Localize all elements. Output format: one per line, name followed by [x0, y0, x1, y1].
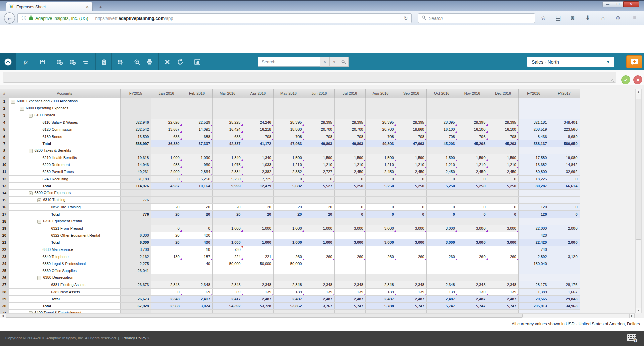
cell-fy2015[interactable] [120, 289, 151, 296]
cell-month[interactable] [426, 112, 457, 119]
cell-fy2016[interactable]: 28,176 [518, 281, 549, 289]
cell-month[interactable]: 1,000 [212, 239, 243, 246]
cell-month[interactable]: 2,450 [396, 168, 426, 176]
cell-month[interactable] [243, 105, 273, 112]
window-maximize-button[interactable]: ❐ [613, 1, 624, 7]
cell-month[interactable]: 36,380 [151, 140, 182, 147]
cell-fy2015[interactable]: 67,928 [120, 303, 151, 310]
cell-month[interactable] [365, 260, 396, 267]
cell-fy2017[interactable] [549, 105, 580, 112]
cell-month[interactable]: 260 [396, 253, 426, 260]
cell-month[interactable] [243, 274, 273, 281]
cell-fy2016[interactable]: 740 [518, 246, 549, 253]
cell-month[interactable]: 50,000 [273, 260, 304, 267]
cell-month[interactable]: 0 [426, 176, 457, 183]
cell-month[interactable]: 0 [488, 211, 518, 218]
cell-month[interactable]: 2,864 [182, 168, 212, 176]
cell-month[interactable] [457, 105, 488, 112]
cell-month[interactable]: 1,590 [273, 154, 304, 161]
cell-month[interactable] [304, 274, 334, 281]
cell-fy2017[interactable] [549, 147, 580, 154]
cell-month[interactable]: 1,090 [151, 154, 182, 161]
cell-fy2017[interactable] [549, 232, 580, 239]
cell-month[interactable]: 139 [426, 289, 457, 296]
cell-fy2016[interactable] [518, 274, 549, 281]
cell-month[interactable]: 1,075 [212, 161, 243, 168]
account-cell[interactable]: 6330 Maintenance [9, 246, 120, 253]
account-cell[interactable]: 6360 Office Supplies [9, 267, 120, 274]
cell-month[interactable] [334, 232, 365, 239]
browser-search-field[interactable]: Search [418, 13, 535, 23]
cell-month[interactable]: 2,487 [365, 296, 396, 303]
cell-month[interactable]: 260 [273, 253, 304, 260]
cell-month[interactable] [273, 105, 304, 112]
cell-month[interactable] [212, 274, 243, 281]
cell-month[interactable]: 5,527 [304, 183, 334, 190]
cell-fy2015[interactable]: 776 [120, 211, 151, 218]
cell-fy2017[interactable]: 32,692 [549, 168, 580, 176]
cell-month[interactable]: 5,682 [273, 183, 304, 190]
cell-month[interactable]: 1,000 [212, 225, 243, 232]
cell-month[interactable]: 5,250 [426, 183, 457, 190]
delete-button[interactable] [160, 53, 174, 70]
cell-month[interactable] [334, 190, 365, 197]
cell-month[interactable]: 3,000 [488, 225, 518, 232]
cell-month[interactable]: 20,700 [304, 126, 334, 133]
cell-month[interactable] [212, 232, 243, 239]
cell-month[interactable] [151, 105, 182, 112]
cell-month[interactable]: 5,250 [334, 183, 365, 190]
cell-month[interactable]: 5,788 [365, 303, 396, 310]
cell-month[interactable]: 1,210 [334, 161, 365, 168]
cell-fy2017[interactable] [549, 310, 580, 314]
cell-month[interactable]: 1,000 [304, 239, 334, 246]
cell-month[interactable]: 3,000 [457, 239, 488, 246]
cell-fy2017[interactable]: 348,401 [549, 119, 580, 126]
horizontal-scroll-thumb[interactable] [6, 314, 523, 318]
cell-month[interactable]: 2,417 [182, 296, 212, 303]
account-cell[interactable]: 6120 Commission [9, 126, 120, 133]
cell-month[interactable]: 28,395 [304, 119, 334, 126]
cell-month[interactable]: 1,210 [488, 161, 518, 168]
cell-month[interactable]: 0 [396, 176, 426, 183]
cell-month[interactable] [426, 105, 457, 112]
cell-month[interactable]: 0 [426, 204, 457, 211]
cell-month[interactable]: 938 [151, 161, 182, 168]
cell-fy2017[interactable]: 1,667 [549, 289, 580, 296]
cell-fy2015[interactable]: 31,180 [120, 176, 151, 183]
cell-fy2015[interactable]: 6,300 [120, 239, 151, 246]
cell-month[interactable]: 0 [365, 204, 396, 211]
cell-month[interactable] [304, 218, 334, 225]
cell-month[interactable]: 2,450 [457, 168, 488, 176]
cell-month[interactable]: 5,747 [426, 303, 457, 310]
cell-fy2016[interactable]: 1,389 [518, 289, 549, 296]
cell-month[interactable] [151, 147, 182, 154]
cell-month[interactable]: 37,307 [182, 140, 212, 147]
cell-fy2015[interactable] [120, 274, 151, 281]
account-cell[interactable]: Total [9, 183, 120, 190]
paste-formula-button[interactable]: fx [97, 53, 111, 70]
cell-month[interactable] [304, 246, 334, 253]
cell-month[interactable] [304, 197, 334, 204]
cell-month[interactable]: 5,747 [457, 303, 488, 310]
cell-fy2016[interactable]: 18,225 [518, 176, 549, 183]
cell-month[interactable]: 708 [426, 133, 457, 140]
window-close-button[interactable]: ✕ [623, 1, 639, 7]
account-cell[interactable]: Total [9, 296, 120, 303]
cell-month[interactable] [151, 218, 182, 225]
cell-month[interactable]: 960 [182, 161, 212, 168]
cell-month[interactable]: 260 [488, 253, 518, 260]
cell-month[interactable] [182, 310, 212, 314]
account-cell[interactable]: 6350 Legal & Professional [9, 260, 120, 267]
cell-month[interactable]: 0 [396, 211, 426, 218]
cell-month[interactable] [182, 105, 212, 112]
cell-month[interactable]: 2,348 [334, 281, 365, 289]
cell-fy2015[interactable]: 2,162 [120, 253, 151, 260]
cell-fy2016[interactable]: 22,420 [518, 239, 549, 246]
cell-month[interactable] [365, 147, 396, 154]
cell-month[interactable] [426, 232, 457, 239]
cell-month[interactable]: 1,000 [243, 239, 273, 246]
cell-month[interactable]: 47,963 [273, 140, 304, 147]
cell-month[interactable]: 0 [151, 225, 182, 232]
account-cell[interactable]: 6382 New Assets [9, 289, 120, 296]
cell-month[interactable]: 20 [273, 211, 304, 218]
